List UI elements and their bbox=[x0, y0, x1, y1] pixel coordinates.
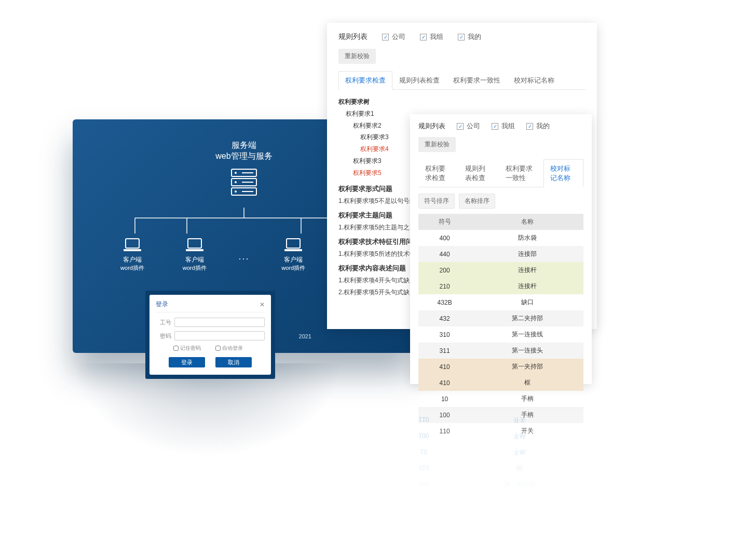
login-dialog: 登录 ✕ 工号 密码 记住密码 自动登录 登录 取消 bbox=[145, 291, 275, 379]
tab-mark-names[interactable]: 校对标记名称 bbox=[507, 71, 561, 89]
panel1-tabs: 权利要求检查 规则列表检查 权利要求一致性 校对标记名称 bbox=[338, 71, 586, 90]
cell-name: 第二夹持部 bbox=[471, 310, 583, 326]
client-label-2: 客户端 bbox=[176, 255, 213, 264]
cell-name: 防水袋 bbox=[471, 230, 583, 246]
tab-consistency[interactable]: 权利要求一致性 bbox=[446, 71, 507, 89]
auto-login-checkbox[interactable]: 自动登录 bbox=[215, 345, 243, 352]
svg-rect-18 bbox=[186, 249, 203, 251]
cell-symbol: 410 bbox=[418, 375, 471, 391]
cell-symbol: 200 bbox=[418, 262, 471, 278]
login-title: 登录 bbox=[156, 300, 168, 309]
cancel-button[interactable]: 取消 bbox=[215, 357, 252, 367]
names-table: 符号 名称 400防水袋440连接部200连接杆210连接杆432B缺口432第… bbox=[418, 214, 583, 439]
filter-company-checkbox-2[interactable]: ✓公司 bbox=[457, 121, 480, 131]
table-row[interactable]: 410框 bbox=[418, 375, 583, 391]
laptop-icon bbox=[185, 238, 205, 253]
tree-root: 权利要求树 bbox=[338, 96, 586, 108]
tab-rule-list-check-2[interactable]: 规则列表检查 bbox=[458, 159, 498, 187]
table-row[interactable]: 311第一连接头 bbox=[418, 343, 583, 359]
svg-rect-16 bbox=[124, 249, 141, 251]
cell-symbol: 10 bbox=[418, 391, 471, 407]
cell-symbol: 310 bbox=[418, 326, 471, 343]
cell-name: 连接杆 bbox=[471, 278, 583, 294]
table-row[interactable]: 432B缺口 bbox=[418, 294, 583, 310]
login-button[interactable]: 登录 bbox=[169, 357, 205, 367]
th-name: 名称 bbox=[471, 214, 583, 230]
client-label-3: 客户端 bbox=[275, 255, 311, 264]
table-row[interactable]: 200连接杆 bbox=[418, 262, 583, 278]
tab-claim-check[interactable]: 权利要求检查 bbox=[338, 71, 392, 90]
table-row[interactable]: 410第一夹持部 bbox=[418, 359, 583, 375]
svg-rect-17 bbox=[188, 239, 201, 248]
tab-claim-check-2[interactable]: 权利要求检查 bbox=[418, 159, 458, 187]
cell-symbol: 210 bbox=[418, 278, 471, 294]
tab-mark-names-2[interactable]: 校对标记名称 bbox=[543, 159, 583, 187]
client-2: 客户端 word插件 bbox=[176, 238, 213, 272]
sort-by-name-button[interactable]: 名称排序 bbox=[459, 194, 495, 209]
revalidate-button-2[interactable]: 重新校验 bbox=[418, 137, 456, 152]
pass-label: 密码 bbox=[156, 332, 171, 340]
cell-symbol: 440 bbox=[418, 246, 471, 262]
cell-symbol: 400 bbox=[418, 230, 471, 246]
cell-name: 手柄 bbox=[471, 391, 583, 407]
filter-company-checkbox[interactable]: ✓公司 bbox=[382, 32, 405, 42]
svg-rect-20 bbox=[284, 249, 302, 251]
client-1: 客户端 word插件 bbox=[114, 238, 151, 272]
ellipsis-icon: ··· bbox=[238, 253, 249, 264]
user-input[interactable] bbox=[174, 318, 265, 327]
client-sublabel-1: word插件 bbox=[114, 264, 151, 272]
pass-input[interactable] bbox=[174, 331, 265, 340]
copyright-text: 2021 bbox=[299, 333, 311, 339]
svg-rect-19 bbox=[287, 239, 300, 248]
cell-symbol: 100 bbox=[418, 407, 471, 423]
server-icon bbox=[228, 167, 260, 198]
panel2-title: 规则列表 bbox=[418, 121, 445, 131]
rules-panel-names: 规则列表 ✓公司 ✓我组 ✓我的 重新校验 权利要求检查 规则列表检查 权利要求… bbox=[410, 114, 592, 384]
filter-group-checkbox-2[interactable]: ✓我组 bbox=[492, 121, 515, 131]
filter-group-checkbox[interactable]: ✓我组 bbox=[420, 32, 443, 42]
panel2-tabs: 权利要求检查 规则列表检查 权利要求一致性 校对标记名称 bbox=[418, 159, 583, 187]
laptop-icon bbox=[283, 238, 303, 253]
cell-name: 手柄 bbox=[471, 407, 583, 423]
cell-symbol: 432B bbox=[418, 294, 471, 310]
cell-name: 第一连接头 bbox=[471, 343, 583, 359]
client-sublabel-3: word插件 bbox=[275, 264, 311, 272]
close-icon[interactable]: ✕ bbox=[260, 301, 265, 308]
cell-name: 连接部 bbox=[471, 246, 583, 262]
th-symbol: 符号 bbox=[418, 214, 471, 230]
table-row[interactable]: 210连接杆 bbox=[418, 278, 583, 294]
table-row[interactable]: 440连接部 bbox=[418, 246, 583, 262]
remember-pass-checkbox[interactable]: 记住密码 bbox=[173, 345, 201, 352]
svg-point-3 bbox=[235, 172, 237, 174]
cell-symbol: 311 bbox=[418, 343, 471, 359]
cell-name: 连接杆 bbox=[471, 262, 583, 278]
tab-rule-list-check[interactable]: 规则列表检查 bbox=[392, 71, 446, 89]
cell-name: 第一连接线 bbox=[471, 326, 583, 343]
table-row[interactable]: 110开关 bbox=[418, 423, 583, 439]
svg-point-5 bbox=[235, 190, 237, 193]
client-label-1: 客户端 bbox=[114, 255, 151, 264]
cell-symbol: 410 bbox=[418, 359, 471, 375]
client-3: 客户端 word插件 bbox=[275, 238, 311, 272]
svg-rect-15 bbox=[126, 239, 139, 248]
table-row[interactable]: 100手柄 bbox=[418, 407, 583, 423]
cell-name: 缺口 bbox=[471, 294, 583, 310]
table-row[interactable]: 400防水袋 bbox=[418, 230, 583, 246]
table-row[interactable]: 432第二夹持部 bbox=[418, 310, 583, 326]
filter-mine-checkbox[interactable]: ✓我的 bbox=[458, 32, 481, 42]
filter-mine-checkbox-2[interactable]: ✓我的 bbox=[526, 121, 550, 131]
cell-symbol: 432 bbox=[418, 310, 471, 326]
cell-name: 框 bbox=[471, 375, 583, 391]
table-row[interactable]: 10手柄 bbox=[418, 391, 583, 407]
sort-by-symbol-button[interactable]: 符号排序 bbox=[418, 194, 455, 209]
revalidate-button[interactable]: 重新校验 bbox=[338, 49, 376, 64]
user-label: 工号 bbox=[156, 319, 171, 326]
svg-point-4 bbox=[235, 181, 237, 183]
cell-name: 第一夹持部 bbox=[471, 359, 583, 375]
cell-symbol: 110 bbox=[418, 423, 471, 439]
panel1-title: 规则列表 bbox=[338, 32, 368, 42]
tab-consistency-2[interactable]: 权利要求一致性 bbox=[499, 159, 543, 187]
table-row[interactable]: 310第一连接线 bbox=[418, 326, 583, 343]
laptop-icon bbox=[123, 238, 142, 253]
client-sublabel-2: word插件 bbox=[176, 264, 213, 272]
